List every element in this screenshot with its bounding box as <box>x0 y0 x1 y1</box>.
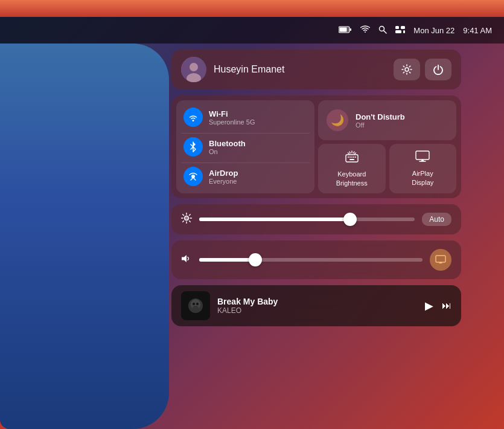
track-info: Break My Baby KALEO <box>217 297 418 315</box>
wifi-control[interactable]: Wi-Fi Superonline 5G <box>181 104 310 131</box>
brightness-thumb[interactable] <box>343 213 357 226</box>
user-actions <box>394 59 451 80</box>
wifi-sub: Superonline 5G <box>209 118 255 126</box>
volume-fill <box>199 258 255 262</box>
svg-point-13 <box>193 120 194 121</box>
track-artist: KALEO <box>217 306 418 315</box>
svg-line-35 <box>190 221 191 222</box>
wifi-label: Wi-Fi <box>209 109 255 118</box>
svg-line-25 <box>348 153 349 154</box>
svg-rect-8 <box>403 30 405 33</box>
airplay-display-icon <box>415 150 430 166</box>
svg-point-45 <box>196 303 199 305</box>
album-art <box>181 291 210 320</box>
brightness-track[interactable] <box>199 218 415 221</box>
svg-line-24 <box>353 152 354 153</box>
power-button[interactable] <box>425 59 451 80</box>
airdrop-label: AirDrop <box>209 169 238 178</box>
dnd-sub: Off <box>356 121 405 129</box>
svg-rect-6 <box>401 26 405 29</box>
search-icon[interactable] <box>378 25 387 36</box>
airplay-display-label: AirPlayDisplay <box>412 169 433 187</box>
user-info: Huseyin Emanet <box>181 57 284 82</box>
play-button[interactable]: ▶ <box>425 299 433 312</box>
nc-panel: Huseyin Emanet <box>171 50 461 326</box>
svg-rect-5 <box>395 26 399 29</box>
menubar-date: Mon Jun 22 <box>413 26 455 35</box>
bluetooth-control[interactable]: Bluetooth On <box>181 133 310 160</box>
controls-grid: Wi-Fi Superonline 5G <box>171 95 461 198</box>
svg-line-26 <box>354 153 356 154</box>
volume-thumb[interactable] <box>249 253 262 266</box>
wifi-text: Wi-Fi Superonline 5G <box>209 109 255 126</box>
keyboard-brightness-label: KeyboardBrightness <box>336 170 368 187</box>
svg-rect-27 <box>416 151 429 160</box>
wifi-network-icon <box>183 108 203 127</box>
svg-rect-15 <box>346 155 358 162</box>
svg-line-23 <box>349 152 351 153</box>
screen: Mon Jun 22 9:41 AM Huseyin Emanet <box>0 17 504 429</box>
wifi-icon[interactable] <box>360 25 370 35</box>
dnd-label: Don't Disturb <box>356 112 405 121</box>
network-controls: Wi-Fi Superonline 5G <box>176 100 314 193</box>
svg-rect-38 <box>436 256 445 262</box>
brightness-slider-card: Auto <box>171 204 461 234</box>
menubar-time: 9:41 AM <box>463 26 492 35</box>
svg-line-37 <box>190 214 191 216</box>
airplay-button[interactable] <box>430 249 451 271</box>
dnd-icon: 🌙 <box>327 109 348 131</box>
bluetooth-label: Bluetooth <box>209 139 246 148</box>
svg-point-12 <box>405 68 409 71</box>
svg-point-44 <box>193 303 195 305</box>
wallpaper-wave <box>0 44 169 429</box>
brightness-fill <box>199 218 350 221</box>
top-bar <box>0 0 504 17</box>
bluetooth-icon <box>183 137 203 156</box>
settings-button[interactable] <box>394 59 420 80</box>
svg-point-29 <box>185 216 189 221</box>
keyboard-brightness-button[interactable]: KeyboardBrightness <box>318 144 386 193</box>
bluetooth-text: Bluetooth On <box>209 139 246 155</box>
control-center-icon[interactable] <box>395 25 405 35</box>
airplay-display-button[interactable]: AirPlayDisplay <box>389 144 457 193</box>
now-playing-card: Break My Baby KALEO ▶ ⏭ <box>171 285 461 326</box>
airdrop-control[interactable]: AirDrop Everyone <box>181 163 310 190</box>
dnd-button[interactable]: 🌙 Don't Disturb Off <box>318 100 456 140</box>
dnd-text: Don't Disturb Off <box>356 112 405 129</box>
volume-track[interactable] <box>199 258 423 262</box>
menubar-icons <box>339 25 405 36</box>
battery-icon <box>339 25 352 35</box>
keyboard-brightness-icon <box>345 150 359 166</box>
svg-rect-1 <box>340 28 347 32</box>
right-controls: 🌙 Don't Disturb Off <box>318 100 456 193</box>
auto-button[interactable]: Auto <box>422 213 451 226</box>
user-name: Huseyin Emanet <box>214 64 284 75</box>
airdrop-sub: Everyone <box>209 178 238 185</box>
svg-line-34 <box>183 214 184 216</box>
svg-rect-7 <box>395 30 401 33</box>
brightness-icon <box>181 213 192 226</box>
bluetooth-sub: On <box>209 148 246 155</box>
small-controls: KeyboardBrightness AirPlayDisplay <box>318 144 456 193</box>
avatar <box>181 57 206 82</box>
svg-rect-2 <box>350 28 352 31</box>
menubar: Mon Jun 22 9:41 AM <box>0 17 504 44</box>
airdrop-text: AirDrop Everyone <box>209 169 238 185</box>
volume-icon <box>181 254 192 266</box>
airdrop-icon <box>183 167 203 186</box>
svg-point-43 <box>193 306 199 311</box>
svg-point-10 <box>190 63 198 71</box>
playback-controls: ▶ ⏭ <box>425 299 451 312</box>
track-name: Break My Baby <box>217 297 418 306</box>
forward-button[interactable]: ⏭ <box>442 300 451 311</box>
svg-line-36 <box>183 221 184 222</box>
user-card: Huseyin Emanet <box>171 50 461 89</box>
volume-slider-card <box>171 240 461 279</box>
svg-line-4 <box>384 30 387 33</box>
